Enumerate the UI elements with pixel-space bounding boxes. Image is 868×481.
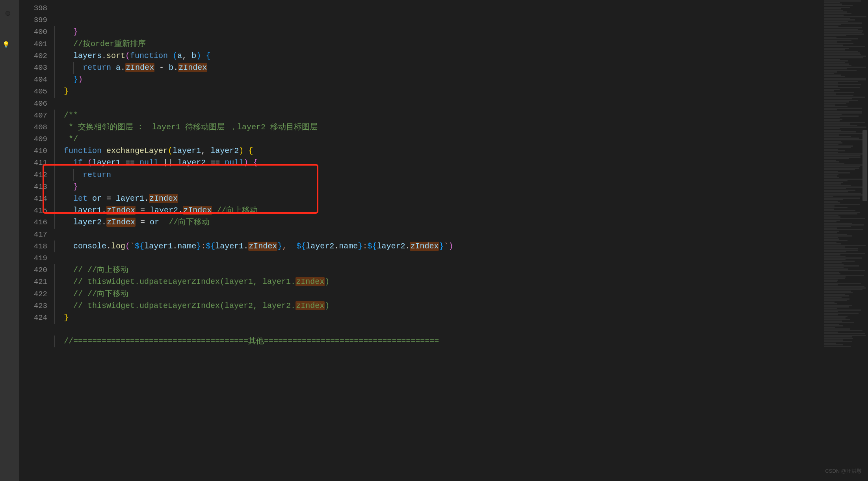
code-line[interactable]: return a.zIndex - b.zIndex bbox=[54, 62, 868, 74]
minimap-line bbox=[824, 182, 843, 183]
minimap-line bbox=[824, 220, 840, 221]
minimap-line bbox=[824, 185, 851, 186]
code-line[interactable] bbox=[54, 98, 868, 110]
minimap-line bbox=[824, 183, 841, 185]
minimap-line bbox=[824, 163, 844, 164]
code-line[interactable]: console.log(`${layer1.name}:${layer1.zIn… bbox=[54, 240, 868, 252]
minimap-line bbox=[824, 202, 840, 203]
code-line[interactable] bbox=[54, 324, 868, 336]
code-token: . bbox=[173, 242, 177, 251]
code-token: ( bbox=[87, 158, 92, 167]
minimap-line bbox=[824, 157, 861, 158]
code-line[interactable]: } bbox=[54, 86, 868, 97]
code-token: */ bbox=[64, 134, 78, 144]
minimap-line bbox=[824, 297, 842, 298]
minimap-line bbox=[824, 330, 862, 331]
activity-bar[interactable] bbox=[0, 0, 19, 481]
minimap-line bbox=[824, 226, 851, 227]
minimap-line bbox=[824, 71, 837, 73]
code-token: function bbox=[64, 146, 106, 155]
code-line[interactable]: // thisWidget.udpateLayerZIndex(layer1, … bbox=[54, 276, 868, 288]
minimap-line bbox=[824, 193, 861, 194]
indent-guide bbox=[54, 121, 55, 133]
minimap-line bbox=[824, 332, 838, 333]
code-line[interactable]: //按order重新排序 bbox=[54, 38, 868, 50]
code-token: ( bbox=[125, 51, 130, 60]
minimap-line bbox=[824, 51, 858, 52]
minimap-line bbox=[824, 63, 849, 65]
minimap-line bbox=[824, 259, 846, 260]
scrollbar-thumb[interactable] bbox=[862, 130, 867, 201]
code-line[interactable]: * 交换相邻的图层 : layer1 待移动图层 ，layer2 移动目标图层 bbox=[54, 121, 868, 133]
minimap-line bbox=[824, 4, 842, 5]
minimap-line bbox=[824, 216, 840, 218]
line-number-gutter[interactable]: 3983994004014024034044054064074084094104… bbox=[19, 0, 54, 481]
code-line[interactable]: // //向上移动 bbox=[54, 264, 868, 276]
minimap-line bbox=[824, 284, 838, 285]
minimap-line bbox=[824, 308, 837, 309]
minimap-line bbox=[824, 246, 845, 248]
minimap-line bbox=[824, 303, 837, 304]
minimap-line bbox=[824, 27, 862, 28]
code-line[interactable]: } bbox=[54, 312, 868, 324]
code-line[interactable]: /** bbox=[54, 110, 868, 121]
code-line[interactable]: function exchangeLayer(layer1, layer2) { bbox=[54, 145, 868, 157]
code-line[interactable]: }) bbox=[54, 74, 868, 86]
indent-guide bbox=[64, 157, 64, 169]
minimap-line bbox=[824, 314, 838, 315]
code-token: . bbox=[102, 206, 106, 215]
minimap-line bbox=[824, 122, 865, 123]
indent-guide bbox=[54, 205, 55, 216]
minimap[interactable] bbox=[821, 0, 868, 481]
code-line[interactable]: //=====================================其… bbox=[54, 336, 868, 347]
code-token: let bbox=[73, 194, 92, 203]
minimap-line bbox=[824, 224, 864, 226]
code-line[interactable]: let or = layer1.zIndex bbox=[54, 193, 868, 205]
code-token: // //向上移动 bbox=[73, 265, 128, 274]
minimap-line bbox=[824, 10, 843, 11]
minimap-line bbox=[824, 257, 862, 259]
code-line[interactable]: // thisWidget.udpateLayerZIndex(layer2, … bbox=[54, 300, 868, 312]
minimap-line bbox=[824, 117, 840, 118]
indent-guide bbox=[54, 300, 55, 312]
minimap-line bbox=[824, 264, 844, 265]
code-token: function bbox=[130, 51, 173, 60]
code-line[interactable] bbox=[54, 229, 868, 240]
indent-guide bbox=[54, 157, 55, 169]
code-line[interactable]: layer1.zIndex = layer2.zIndex //向上移动 bbox=[54, 205, 868, 216]
minimap-line bbox=[824, 338, 853, 339]
code-line[interactable]: layers.sort(function (a, b) { bbox=[54, 50, 868, 62]
minimap-line bbox=[824, 270, 865, 271]
indent-guide bbox=[64, 193, 64, 205]
minimap-line bbox=[824, 328, 850, 330]
code-token: layer1 bbox=[92, 158, 121, 167]
code-token: b bbox=[169, 63, 173, 72]
minimap-line bbox=[824, 164, 864, 166]
indent-guide bbox=[54, 74, 55, 86]
minimap-line bbox=[824, 175, 837, 177]
line-number: 398 bbox=[19, 2, 54, 14]
code-line[interactable]: */ bbox=[54, 133, 868, 145]
code-line[interactable]: // //向下移动 bbox=[54, 288, 868, 300]
code-line[interactable]: if (layer1 == null || layer2 == null) { bbox=[54, 157, 868, 169]
indent-guide bbox=[54, 38, 55, 50]
code-token: || bbox=[158, 158, 177, 167]
code-token: { bbox=[201, 51, 210, 60]
code-line[interactable]: } bbox=[54, 26, 868, 38]
indent-guide bbox=[54, 50, 55, 62]
lightbulb-icon[interactable]: 💡 bbox=[2, 39, 9, 46]
editor-code-area[interactable]: 💡 } //按order重新排序 layers.sort(function (a… bbox=[54, 0, 868, 481]
minimap-line bbox=[824, 73, 834, 74]
indent-guide bbox=[54, 169, 55, 181]
code-token: . bbox=[173, 63, 178, 72]
code-line[interactable]: } bbox=[54, 181, 868, 193]
minimap-line bbox=[824, 209, 834, 210]
code-line[interactable]: layer2.zIndex = or //向下移动 bbox=[54, 216, 868, 228]
code-line[interactable] bbox=[54, 252, 868, 264]
minimap-line bbox=[824, 235, 852, 237]
minimap-line bbox=[824, 237, 838, 238]
minimap-line bbox=[824, 76, 845, 77]
minimap-line bbox=[824, 155, 861, 156]
code-line[interactable]: return bbox=[54, 169, 868, 181]
minimap-line bbox=[824, 166, 860, 167]
